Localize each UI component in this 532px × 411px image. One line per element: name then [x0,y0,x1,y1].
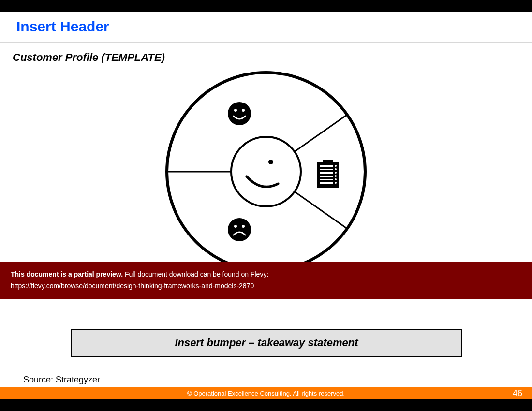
svg-point-21 [335,175,337,177]
svg-rect-13 [320,169,333,170]
page-number: 46 [513,388,522,398]
svg-point-6 [228,102,251,125]
svg-rect-15 [320,176,333,177]
svg-point-11 [242,225,245,228]
svg-point-22 [335,178,337,180]
svg-rect-12 [320,165,333,167]
svg-rect-14 [320,172,333,174]
top-black-bar [0,0,532,12]
footer-bar: © Operational Excellence Consulting. All… [0,387,532,399]
preview-banner: This document is a partial preview. Full… [0,262,532,299]
slide-header: Insert Header [0,12,532,39]
svg-point-7 [234,109,237,112]
svg-rect-16 [320,179,333,180]
source-attribution: Source: Strategyzer [23,375,100,385]
preview-banner-link[interactable]: https://flevy.com/browse/document/design… [11,280,521,291]
footer-copyright: © Operational Excellence Consulting. All… [187,390,345,397]
customer-profile-diagram-wrap [0,68,532,276]
preview-banner-bold: This document is a partial preview. [11,270,123,278]
bumper-box: Insert bumper – takeaway statement [71,329,462,357]
preview-banner-line1: This document is a partial preview. Full… [11,269,521,279]
checklist-icon [317,160,339,188]
bottom-black-bar [0,399,532,411]
svg-rect-17 [320,182,333,184]
svg-point-20 [335,172,337,174]
smile-face-icon [228,102,251,125]
svg-point-8 [242,109,245,112]
bumper-text: Insert bumper – takeaway statement [175,337,358,349]
svg-point-18 [335,165,337,167]
svg-point-9 [228,218,251,241]
svg-point-19 [335,168,337,170]
svg-point-10 [234,225,237,228]
customer-profile-diagram [162,68,370,276]
preview-banner-rest: Full document download can be found on F… [123,270,268,278]
svg-point-4 [231,137,301,206]
page-title: Insert Header [16,18,516,35]
svg-point-23 [335,182,337,184]
frown-face-icon [228,218,251,241]
svg-point-5 [268,160,273,164]
slide-subtitle: Customer Profile (TEMPLATE) [0,43,532,64]
